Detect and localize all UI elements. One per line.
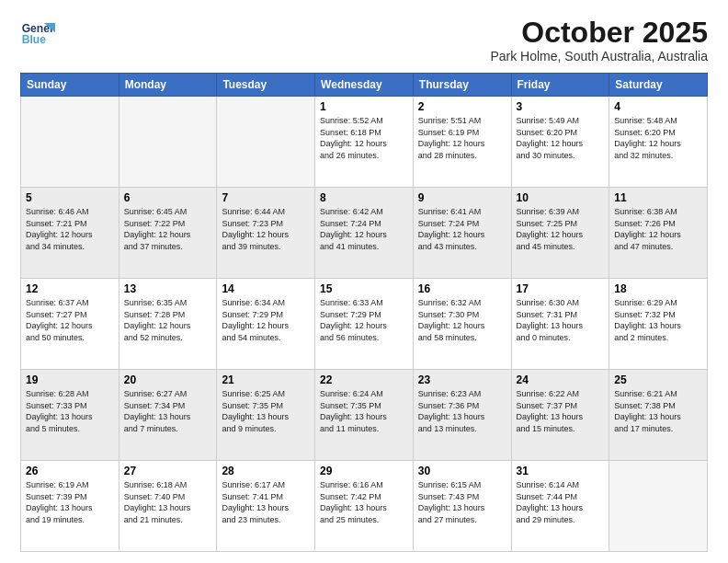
day-info: Sunrise: 6:35 AM Sunset: 7:28 PM Dayligh…: [124, 297, 212, 343]
calendar-table: Sunday Monday Tuesday Wednesday Thursday…: [20, 73, 708, 552]
day-info: Sunrise: 5:49 AM Sunset: 6:20 PM Dayligh…: [517, 115, 605, 161]
day-info: Sunrise: 6:24 AM Sunset: 7:35 PM Dayligh…: [320, 388, 408, 434]
title-block: October 2025 Park Holme, South Australia…: [490, 17, 708, 63]
day-info: Sunrise: 6:21 AM Sunset: 7:38 PM Dayligh…: [614, 388, 702, 434]
calendar-week-row: 19Sunrise: 6:28 AM Sunset: 7:33 PM Dayli…: [21, 370, 708, 461]
day-info: Sunrise: 6:15 AM Sunset: 7:43 PM Dayligh…: [418, 479, 506, 525]
day-info: Sunrise: 6:34 AM Sunset: 7:29 PM Dayligh…: [222, 297, 310, 343]
day-info: Sunrise: 6:27 AM Sunset: 7:34 PM Dayligh…: [124, 388, 212, 434]
day-number: 23: [418, 373, 506, 386]
day-number: 21: [222, 373, 310, 386]
table-row: 3Sunrise: 5:49 AM Sunset: 6:20 PM Daylig…: [511, 97, 609, 188]
table-row: 8Sunrise: 6:42 AM Sunset: 7:24 PM Daylig…: [315, 188, 414, 279]
day-info: Sunrise: 6:38 AM Sunset: 7:26 PM Dayligh…: [614, 206, 702, 252]
day-info: Sunrise: 6:25 AM Sunset: 7:35 PM Dayligh…: [222, 388, 310, 434]
calendar-week-row: 5Sunrise: 6:46 AM Sunset: 7:21 PM Daylig…: [21, 188, 708, 279]
table-row: 4Sunrise: 5:48 AM Sunset: 6:20 PM Daylig…: [609, 97, 708, 188]
table-row: 21Sunrise: 6:25 AM Sunset: 7:35 PM Dayli…: [217, 370, 315, 461]
table-row: 6Sunrise: 6:45 AM Sunset: 7:22 PM Daylig…: [119, 188, 217, 279]
table-row: 14Sunrise: 6:34 AM Sunset: 7:29 PM Dayli…: [217, 279, 315, 370]
day-number: 25: [614, 373, 702, 386]
col-friday: Friday: [511, 74, 609, 97]
day-info: Sunrise: 6:32 AM Sunset: 7:30 PM Dayligh…: [418, 297, 506, 343]
table-row: 26Sunrise: 6:19 AM Sunset: 7:39 PM Dayli…: [21, 461, 119, 552]
day-info: Sunrise: 6:42 AM Sunset: 7:24 PM Dayligh…: [320, 206, 408, 252]
table-row: 17Sunrise: 6:30 AM Sunset: 7:31 PM Dayli…: [511, 279, 609, 370]
calendar-week-row: 26Sunrise: 6:19 AM Sunset: 7:39 PM Dayli…: [21, 461, 708, 552]
day-number: 14: [222, 282, 310, 295]
logo: General Blue: [20, 17, 55, 52]
table-row: 29Sunrise: 6:16 AM Sunset: 7:42 PM Dayli…: [315, 461, 414, 552]
day-number: 2: [418, 100, 506, 113]
day-info: Sunrise: 6:22 AM Sunset: 7:37 PM Dayligh…: [517, 388, 605, 434]
day-number: 22: [320, 373, 408, 386]
day-number: 1: [320, 100, 408, 113]
table-row: 5Sunrise: 6:46 AM Sunset: 7:21 PM Daylig…: [21, 188, 119, 279]
table-row: 7Sunrise: 6:44 AM Sunset: 7:23 PM Daylig…: [217, 188, 315, 279]
day-number: 18: [614, 282, 702, 295]
svg-text:Blue: Blue: [22, 33, 46, 46]
day-number: 26: [26, 465, 114, 477]
day-info: Sunrise: 6:16 AM Sunset: 7:42 PM Dayligh…: [320, 479, 408, 525]
day-info: Sunrise: 6:46 AM Sunset: 7:21 PM Dayligh…: [26, 206, 114, 252]
day-info: Sunrise: 6:29 AM Sunset: 7:32 PM Dayligh…: [614, 297, 702, 343]
day-info: Sunrise: 6:41 AM Sunset: 7:24 PM Dayligh…: [418, 206, 506, 252]
table-row: 13Sunrise: 6:35 AM Sunset: 7:28 PM Dayli…: [119, 279, 217, 370]
day-info: Sunrise: 6:14 AM Sunset: 7:44 PM Dayligh…: [517, 479, 605, 525]
table-row: 2Sunrise: 5:51 AM Sunset: 6:19 PM Daylig…: [413, 97, 511, 188]
col-sunday: Sunday: [21, 74, 119, 97]
day-number: 20: [124, 373, 212, 386]
day-info: Sunrise: 6:44 AM Sunset: 7:23 PM Dayligh…: [222, 206, 310, 252]
day-info: Sunrise: 6:37 AM Sunset: 7:27 PM Dayligh…: [26, 297, 114, 343]
table-row: 22Sunrise: 6:24 AM Sunset: 7:35 PM Dayli…: [315, 370, 414, 461]
day-number: 11: [614, 191, 702, 204]
table-row: 9Sunrise: 6:41 AM Sunset: 7:24 PM Daylig…: [413, 188, 511, 279]
day-number: 24: [517, 373, 605, 386]
calendar-week-row: 12Sunrise: 6:37 AM Sunset: 7:27 PM Dayli…: [21, 279, 708, 370]
calendar-week-row: 1Sunrise: 5:52 AM Sunset: 6:18 PM Daylig…: [21, 97, 708, 188]
day-number: 10: [517, 191, 605, 204]
day-info: Sunrise: 6:39 AM Sunset: 7:25 PM Dayligh…: [517, 206, 605, 252]
day-info: Sunrise: 6:30 AM Sunset: 7:31 PM Dayligh…: [517, 297, 605, 343]
day-number: 28: [222, 465, 310, 477]
table-row: 12Sunrise: 6:37 AM Sunset: 7:27 PM Dayli…: [21, 279, 119, 370]
location-subtitle: Park Holme, South Australia, Australia: [490, 49, 708, 63]
day-info: Sunrise: 6:18 AM Sunset: 7:40 PM Dayligh…: [124, 479, 212, 525]
day-info: Sunrise: 5:51 AM Sunset: 6:19 PM Dayligh…: [418, 115, 506, 161]
table-row: 1Sunrise: 5:52 AM Sunset: 6:18 PM Daylig…: [315, 97, 414, 188]
day-number: 19: [26, 373, 114, 386]
day-info: Sunrise: 6:23 AM Sunset: 7:36 PM Dayligh…: [418, 388, 506, 434]
day-number: 3: [517, 100, 605, 113]
table-row: 19Sunrise: 6:28 AM Sunset: 7:33 PM Dayli…: [21, 370, 119, 461]
table-row: [217, 97, 315, 188]
day-info: Sunrise: 5:52 AM Sunset: 6:18 PM Dayligh…: [320, 115, 408, 161]
col-wednesday: Wednesday: [315, 74, 414, 97]
day-number: 12: [26, 282, 114, 295]
logo-icon: General Blue: [20, 17, 55, 52]
day-number: 5: [26, 191, 114, 204]
page: General Blue October 2025 Park Holme, So…: [0, 0, 728, 563]
table-row: [119, 97, 217, 188]
col-tuesday: Tuesday: [217, 74, 315, 97]
day-number: 16: [418, 282, 506, 295]
day-number: 30: [418, 465, 506, 477]
day-number: 4: [614, 100, 702, 113]
table-row: 31Sunrise: 6:14 AM Sunset: 7:44 PM Dayli…: [511, 461, 609, 552]
day-info: Sunrise: 5:48 AM Sunset: 6:20 PM Dayligh…: [614, 115, 702, 161]
day-number: 29: [320, 465, 408, 477]
table-row: 11Sunrise: 6:38 AM Sunset: 7:26 PM Dayli…: [609, 188, 708, 279]
day-number: 9: [418, 191, 506, 204]
day-number: 6: [124, 191, 212, 204]
day-info: Sunrise: 6:45 AM Sunset: 7:22 PM Dayligh…: [124, 206, 212, 252]
table-row: 23Sunrise: 6:23 AM Sunset: 7:36 PM Dayli…: [413, 370, 511, 461]
day-number: 8: [320, 191, 408, 204]
day-number: 17: [517, 282, 605, 295]
month-title: October 2025: [490, 17, 708, 49]
day-number: 13: [124, 282, 212, 295]
day-info: Sunrise: 6:28 AM Sunset: 7:33 PM Dayligh…: [26, 388, 114, 434]
day-info: Sunrise: 6:17 AM Sunset: 7:41 PM Dayligh…: [222, 479, 310, 525]
table-row: 28Sunrise: 6:17 AM Sunset: 7:41 PM Dayli…: [217, 461, 315, 552]
calendar-header-row: Sunday Monday Tuesday Wednesday Thursday…: [21, 74, 708, 97]
col-thursday: Thursday: [413, 74, 511, 97]
col-monday: Monday: [119, 74, 217, 97]
